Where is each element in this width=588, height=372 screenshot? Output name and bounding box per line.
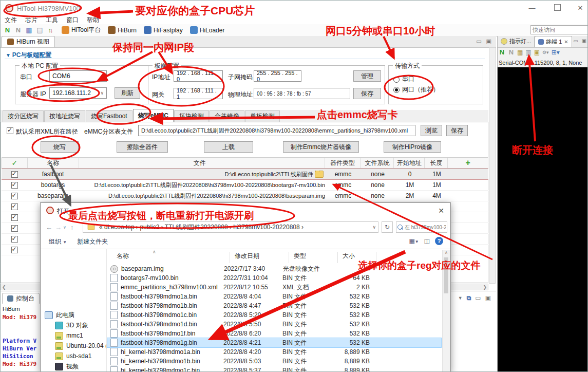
burn-tab[interactable]: 坏块检测 (174, 110, 209, 122)
terminal-disconnect-icon[interactable]: N (508, 48, 515, 56)
launcher-item[interactable]: HiTool平台 (62, 26, 101, 34)
file-row[interactable]: fastboot-hi3798mdmo1b.bin 2022/8/8 4:47 … (107, 301, 441, 310)
sidebar-item[interactable]: 此电脑 (45, 310, 74, 320)
console-open-icon[interactable]: ⧉ (467, 294, 471, 302)
menu-item[interactable]: 工具 (46, 16, 58, 24)
col-file-date[interactable]: 修改日期 (235, 252, 259, 261)
right-pane-buttons[interactable]: ▭ ▣ (573, 38, 587, 44)
history-chevron-icon[interactable]: ∨ (63, 225, 66, 230)
partition-row[interactable]: baseparam D:\dl.ecoo.top\public2\TTL线刷固件… (2, 191, 488, 201)
console-maximize-icon[interactable]: ▣ (485, 294, 491, 302)
row-checkbox[interactable] (11, 182, 18, 189)
xml-path-input[interactable]: D:\dl.ecoo.top\public2\TTL线刷固件20220808\h… (138, 125, 415, 136)
burn-tab[interactable]: 按分区烧写 (3, 110, 44, 122)
up-icon[interactable]: ↑ (70, 224, 74, 231)
sidebar-item[interactable]: 视频 (55, 361, 79, 371)
connect-icon[interactable]: N (4, 26, 11, 34)
terminal-lock-icon[interactable]: ▣ (534, 49, 540, 56)
disconnect-icon[interactable]: N (14, 26, 22, 34)
new-folder-button[interactable]: 新建文件夹 (77, 237, 108, 246)
launcher-item[interactable]: HiFastplay (144, 26, 183, 34)
add-row-icon[interactable]: + (465, 158, 470, 168)
mac-input[interactable]: 00 : 95 : 38 : 78 : fb : 57 (254, 88, 350, 99)
search-input[interactable] (404, 224, 447, 231)
select-all-icon[interactable]: ✓ (12, 159, 18, 167)
search-box[interactable] (396, 221, 447, 233)
serial-port-select[interactable]: COM6 (49, 70, 107, 82)
organize-menu[interactable]: 组织 ▼ (49, 237, 67, 246)
file-row[interactable]: fastboot-hi3798mdmo1a.bin 2022/8/8 4:04 … (107, 292, 441, 301)
minimize-button[interactable]: — (528, 5, 536, 12)
burn-tab[interactable]: 合并镜像 (210, 110, 244, 122)
col-file-name[interactable]: 名称 (117, 252, 129, 261)
breadcrumb-dropdown-icon[interactable] (372, 225, 376, 230)
file-row[interactable]: fastboot-hi3798mdmo1d.bin 2022/8/8 5:50 … (107, 320, 441, 329)
row-checkbox[interactable] (11, 247, 18, 253)
tab-console[interactable]: 控制台 (2, 293, 40, 304)
quick-access-input[interactable] (530, 25, 588, 34)
new-terminal-icon[interactable]: ⊞▾ (552, 49, 560, 56)
remote-icon[interactable]: ▤ (36, 26, 44, 34)
terminal-clear-icon[interactable]: ▥ (525, 49, 531, 56)
file-row[interactable]: fastboot-hi3798mdmo1g.bin 2022/8/8 4:21 … (107, 338, 441, 347)
burn-tool-icon[interactable]: ▦ (25, 26, 33, 34)
transfer-icon[interactable]: ↑↓ (47, 26, 54, 34)
file-row[interactable]: hi_kernel-hi3798mdmo1c.bin 2022/8/8 5:37… (107, 366, 441, 372)
burn-button[interactable]: 烧写 (41, 141, 79, 153)
file-row[interactable]: fastboot-hi3798mdmo1f.bin 2022/8/8 6:20 … (107, 329, 441, 338)
row-checkbox[interactable] (11, 171, 18, 178)
menu-item[interactable]: 窗口 (66, 16, 79, 24)
network-radio[interactable]: 网口（推荐） (393, 85, 439, 94)
breadcrumb[interactable]: « dl.ecoo.top › public2 › TTL线刷固件2022080… (83, 221, 378, 233)
browse-file-icon[interactable] (315, 171, 324, 178)
col-file-type[interactable]: 类型 (294, 252, 306, 261)
dialog-close-icon[interactable]: ✕ (438, 207, 444, 215)
file-row[interactable]: hi_kernel-hi3798mdmo1b.bin 2022/8/8 5:03… (107, 357, 441, 366)
view-pane-buttons[interactable]: ▭ ▣ (476, 38, 493, 45)
tab-hiburn-view[interactable]: HiBurn 视图 (2, 36, 55, 47)
file-row[interactable]: emmc_partitions_hi3798mv100.xml 2022/8/1… (107, 283, 441, 292)
console-menu-icon[interactable]: ▼ (458, 295, 463, 301)
sidebar-item[interactable]: mmc1 (55, 330, 83, 341)
burn-tab[interactable]: 烧写Fastboot (86, 110, 132, 122)
upload-button[interactable]: 上载 (204, 141, 253, 153)
launcher-item[interactable]: HiBurn (108, 26, 137, 34)
manage-button[interactable]: 管理 (353, 70, 381, 82)
file-row[interactable]: fastboot-hi3798mdmo1c.bin 2022/8/8 5:20 … (107, 310, 441, 320)
terminal-screen[interactable] (498, 67, 588, 372)
burn-tab[interactable]: 按地址烧写 (44, 110, 85, 122)
terminal-connect-icon[interactable]: N (499, 48, 505, 56)
view-mode-icon[interactable]: ▦▼ (409, 237, 419, 245)
help-icon[interactable]: ? (435, 237, 443, 245)
close-tab-icon[interactable]: ✕ (564, 39, 568, 45)
menu-item[interactable]: 帮助 (87, 16, 99, 24)
preview-pane-icon[interactable]: ◫ (424, 237, 430, 245)
board-ip-input[interactable]: 192 . 168 . 111 . 0 (174, 70, 223, 82)
tab-terminal-1[interactable]: 终端 1 ✕ (535, 36, 572, 47)
file-row[interactable]: bootargs7-mv100.bin 2022/7/31 10:04 BIN … (107, 273, 441, 283)
row-checkbox[interactable] (11, 214, 18, 221)
row-checkbox[interactable] (11, 203, 18, 210)
browse-button[interactable]: 浏览 (421, 125, 442, 136)
xml-path-checkbox[interactable] (7, 127, 13, 134)
make-emmc-image-button[interactable]: 制作Emmc烧片器镜像 (283, 141, 359, 153)
menu-item[interactable]: 芯片 (25, 16, 37, 24)
sidebar-item[interactable]: usb-sda1 (55, 351, 91, 361)
launcher-item[interactable]: HiLoader (190, 26, 225, 34)
netmask-input[interactable]: 255 . 255 . 255 . 0 (254, 70, 301, 82)
file-row[interactable]: baseparam.img 2022/7/17 3:40 光盘映像文件 (107, 264, 441, 273)
burn-tab[interactable]: 烧写eMMC (133, 109, 174, 122)
make-hipro-image-button[interactable]: 制作HiPro镜像 (384, 141, 441, 153)
sidebar-item[interactable]: 3D 对象 (55, 320, 88, 330)
burn-tab[interactable]: 单板检测 (245, 110, 280, 122)
file-row[interactable]: hi_kernel-hi3798mdmo1a.bin 2022/8/8 4:20… (107, 347, 441, 357)
serial-radio[interactable]: 串口 (393, 75, 414, 84)
row-checkbox[interactable] (11, 193, 18, 199)
partition-row[interactable]: fastboot D:\dl.ecoo.top\public2\TTL线刷固件 … (2, 169, 488, 180)
vertical-scrollbar[interactable] (489, 47, 496, 284)
row-checkbox[interactable] (11, 236, 18, 243)
close-button[interactable]: ✕ (577, 5, 584, 12)
erase-all-button[interactable]: 擦除全器件 (117, 141, 168, 153)
dialog-scrollbar[interactable]: ∧ (442, 250, 450, 372)
row-checkbox[interactable] (11, 225, 18, 232)
